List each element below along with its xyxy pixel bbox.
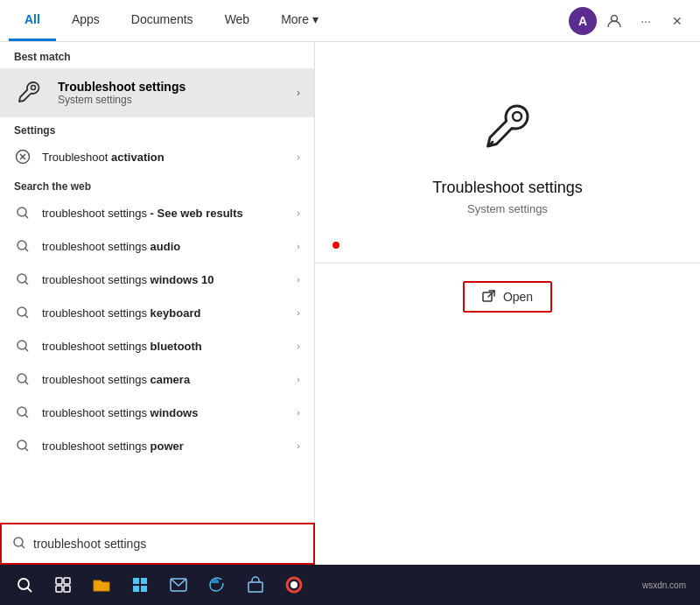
settings-section-label: Settings xyxy=(0,117,314,140)
svg-rect-31 xyxy=(56,586,62,592)
svg-line-28 xyxy=(28,588,32,593)
search-icon-2 xyxy=(14,271,32,288)
best-match-arrow: › xyxy=(297,87,300,99)
web-item-1[interactable]: troubleshoot settings audio › xyxy=(0,229,314,263)
ellipsis-icon: ··· xyxy=(640,14,651,28)
search-window: All Apps Documents Web More ▾ A ··· ✕ xyxy=(0,0,700,565)
web-item-text-3: troubleshoot settings keyboard xyxy=(42,306,286,320)
taskbar-store[interactable] xyxy=(238,567,273,602)
svg-line-20 xyxy=(25,448,29,452)
right-panel-title: Troubleshoot settings xyxy=(432,179,582,197)
svg-line-26 xyxy=(22,545,25,548)
svg-point-40 xyxy=(290,581,298,588)
web-item-arrow-3: › xyxy=(297,307,300,318)
web-item-text-2: troubleshoot settings windows 10 xyxy=(42,273,286,286)
wrench-icon xyxy=(16,79,44,107)
svg-line-12 xyxy=(25,315,29,319)
list-item-troubleshoot-activation[interactable]: Troubleshoot activation › xyxy=(0,140,314,173)
open-label: Open xyxy=(503,290,533,304)
chevron-down-icon: ▾ xyxy=(312,12,318,26)
search-icon-1 xyxy=(14,237,32,255)
taskbar-taskview[interactable] xyxy=(46,567,80,602)
web-item-2[interactable]: troubleshoot settings windows 10 › xyxy=(0,263,314,296)
left-panel: Best match Troubleshoot settings System … xyxy=(0,42,315,565)
best-match-label: Best match xyxy=(0,42,314,68)
ellipsis-icon-btn[interactable]: ··· xyxy=(632,7,660,35)
svg-line-18 xyxy=(25,415,29,419)
web-item-arrow-0: › xyxy=(297,208,300,218)
right-panel-subtitle: System settings xyxy=(467,202,548,215)
taskbar-edge[interactable] xyxy=(200,567,234,602)
taskbar-mail[interactable] xyxy=(161,567,196,602)
search-bar-text[interactable]: troubleshoot settings xyxy=(33,537,303,551)
best-match-title: Troubleshoot settings xyxy=(58,80,186,94)
divider xyxy=(315,263,700,264)
svg-rect-30 xyxy=(64,578,70,584)
best-match-icon xyxy=(14,77,46,109)
svg-rect-29 xyxy=(56,578,62,584)
search-web-label: Search the web xyxy=(0,173,314,196)
svg-point-1 xyxy=(32,86,36,90)
web-item-arrow-6: › xyxy=(297,407,300,418)
svg-rect-36 xyxy=(141,586,147,592)
red-dot xyxy=(332,242,340,249)
web-item-arrow-5: › xyxy=(297,374,300,384)
svg-rect-34 xyxy=(141,578,147,584)
svg-point-21 xyxy=(513,112,522,121)
circle-x-icon xyxy=(14,148,32,165)
web-item-7[interactable]: troubleshoot settings power › xyxy=(0,429,314,462)
web-item-3[interactable]: troubleshoot settings keyboard › xyxy=(0,296,314,329)
search-icon-3 xyxy=(14,304,32,321)
web-item-0[interactable]: troubleshoot settings - See web results … xyxy=(0,196,314,229)
person-icon-btn[interactable] xyxy=(600,7,628,35)
best-match-subtitle: System settings xyxy=(58,94,186,106)
web-item-4[interactable]: troubleshoot settings bluetooth › xyxy=(0,329,314,362)
person-icon xyxy=(606,13,622,29)
web-item-text-7: troubleshoot settings power xyxy=(42,440,286,453)
search-bar-container: troubleshoot settings xyxy=(0,523,315,565)
right-panel: Troubleshoot settings System settings Op… xyxy=(315,42,700,565)
best-match-text: Troubleshoot settings System settings xyxy=(58,80,186,106)
svg-rect-35 xyxy=(133,586,139,592)
open-button[interactable]: Open xyxy=(463,281,552,313)
svg-rect-32 xyxy=(64,586,70,592)
web-item-arrow-4: › xyxy=(297,341,300,351)
list-item-arrow: › xyxy=(297,151,300,162)
close-icon: ✕ xyxy=(672,14,682,28)
web-item-arrow-2: › xyxy=(297,274,300,285)
taskbar-chrome[interactable] xyxy=(276,567,312,602)
search-icon-5 xyxy=(14,370,32,388)
system-tray: wsxdn.com xyxy=(635,580,693,590)
web-item-text-4: troubleshoot settings bluetooth xyxy=(42,340,286,353)
close-icon-btn[interactable]: ✕ xyxy=(663,7,691,35)
search-icon-0 xyxy=(14,204,32,222)
right-panel-wrench-icon xyxy=(472,95,542,165)
search-bar-icon xyxy=(12,536,26,552)
taskbar-windows[interactable] xyxy=(122,567,158,602)
web-item-5[interactable]: troubleshoot settings camera › xyxy=(0,362,314,396)
search-icon-7 xyxy=(14,437,32,454)
nav-tabs: All Apps Documents Web More ▾ A ··· ✕ xyxy=(0,0,700,42)
tab-web[interactable]: Web xyxy=(209,0,266,41)
settings-item-text: Troubleshoot activation xyxy=(42,151,286,164)
tab-all[interactable]: All xyxy=(9,0,56,41)
web-item-text-5: troubleshoot settings camera xyxy=(42,373,286,386)
search-icon-4 xyxy=(14,337,32,355)
search-icon-6 xyxy=(14,404,32,421)
best-match-item[interactable]: Troubleshoot settings System settings › xyxy=(0,68,314,117)
avatar[interactable]: A xyxy=(569,7,597,35)
tab-documents[interactable]: Documents xyxy=(116,0,209,41)
svg-point-27 xyxy=(18,579,29,589)
web-item-arrow-1: › xyxy=(297,241,300,251)
web-item-text-6: troubleshoot settings windows xyxy=(42,406,286,419)
web-item-6[interactable]: troubleshoot settings windows › xyxy=(0,396,314,429)
taskbar-search[interactable] xyxy=(7,567,42,602)
svg-line-8 xyxy=(25,249,29,252)
tab-apps[interactable]: Apps xyxy=(56,0,116,41)
svg-rect-38 xyxy=(248,582,262,592)
web-item-arrow-7: › xyxy=(297,440,300,451)
svg-line-14 xyxy=(25,348,29,352)
taskbar-explorer[interactable] xyxy=(84,567,119,602)
tab-more[interactable]: More ▾ xyxy=(265,0,334,41)
taskbar: wsxdn.com xyxy=(0,565,700,605)
